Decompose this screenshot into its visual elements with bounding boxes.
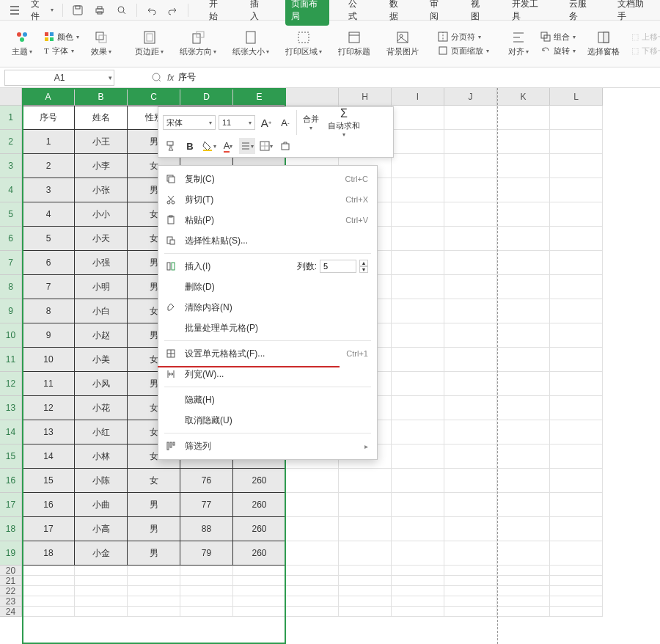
cell[interactable] [22, 576, 75, 586]
cell[interactable] [392, 517, 444, 541]
row-header[interactable]: 10 [0, 323, 22, 348]
cell[interactable] [286, 541, 339, 566]
cell[interactable]: 小花 [75, 396, 128, 420]
row-header[interactable]: 22 [0, 586, 22, 596]
cell[interactable] [22, 596, 75, 607]
cell[interactable] [550, 576, 603, 586]
cell[interactable] [444, 541, 497, 566]
cell[interactable] [444, 596, 497, 607]
cell[interactable] [497, 130, 550, 154]
cell[interactable] [550, 596, 603, 607]
cell[interactable] [497, 586, 550, 596]
cell[interactable]: 77 [180, 493, 233, 517]
cell[interactable] [392, 596, 444, 607]
cell[interactable] [497, 323, 550, 348]
tab-8[interactable]: 云服务 [563, 0, 599, 26]
cell[interactable] [392, 348, 444, 372]
cell[interactable]: 17 [22, 517, 75, 541]
tab-9[interactable]: 文档助手 [612, 0, 656, 26]
cell[interactable] [392, 323, 444, 348]
cell[interactable] [550, 178, 603, 202]
fill-color-icon[interactable]: ▾ [201, 138, 217, 154]
cell[interactable]: 小李 [75, 154, 128, 178]
cell[interactable] [180, 596, 233, 607]
cell[interactable]: 13 [22, 420, 75, 444]
cell[interactable] [339, 469, 392, 493]
cell[interactable] [444, 106, 497, 130]
cell[interactable] [444, 420, 497, 444]
col-header[interactable]: I [392, 88, 444, 106]
cell[interactable]: 11 [22, 372, 75, 396]
cell[interactable] [497, 596, 550, 607]
cell[interactable] [286, 607, 339, 617]
cell[interactable] [550, 348, 603, 372]
row-header[interactable]: 5 [0, 202, 22, 227]
format-painter-icon[interactable] [163, 138, 179, 154]
cell[interactable]: 小强 [75, 251, 128, 275]
cell[interactable] [339, 517, 392, 541]
cell[interactable]: 小陈 [75, 469, 128, 493]
cell[interactable]: 16 [22, 493, 75, 517]
cell[interactable] [392, 607, 444, 617]
cell[interactable] [550, 444, 603, 469]
row-header[interactable]: 8 [0, 275, 22, 299]
colors-button[interactable]: 颜色▾ [44, 32, 79, 43]
tab-5[interactable]: 审阅 [424, 0, 452, 26]
cell[interactable]: 小金 [75, 541, 128, 566]
cell[interactable] [392, 372, 444, 396]
ctx-paste-special[interactable]: 选择性粘贴(S)... [158, 230, 377, 251]
orientation-button[interactable]: 纸张方向▾ [175, 30, 221, 57]
cell[interactable]: 14 [22, 444, 75, 469]
cell[interactable] [444, 251, 497, 275]
theme-button[interactable]: 主题▾ [7, 30, 37, 57]
cell[interactable] [497, 178, 550, 202]
cell[interactable]: 姓名 [75, 106, 128, 130]
print-area-button[interactable]: 打印区域▾ [281, 30, 326, 57]
merge-button[interactable]: 合并▾ [300, 114, 322, 131]
cell[interactable] [550, 275, 603, 299]
cell[interactable] [22, 586, 75, 596]
cell[interactable] [180, 586, 233, 596]
autosum-button[interactable]: Σ自动求和▾ [325, 114, 363, 131]
cell[interactable] [392, 493, 444, 517]
ctx-filter[interactable]: 筛选列▸ [158, 436, 377, 456]
cell[interactable] [286, 576, 339, 586]
cell[interactable] [550, 227, 603, 251]
cell[interactable] [444, 517, 497, 541]
cell[interactable] [497, 517, 550, 541]
cell[interactable] [497, 299, 550, 323]
cell[interactable] [180, 607, 233, 617]
page-zoom-button[interactable]: 页面缩放▾ [438, 45, 489, 56]
cell[interactable] [550, 420, 603, 444]
ctx-cut[interactable]: 剪切(T)Ctrl+X [158, 189, 377, 210]
spin-up-icon[interactable]: ▲ [359, 260, 368, 266]
cell[interactable] [392, 130, 444, 154]
row-header[interactable]: 2 [0, 130, 22, 154]
cell[interactable] [128, 596, 180, 607]
cell[interactable] [444, 372, 497, 396]
cell[interactable] [75, 607, 128, 617]
cell[interactable] [392, 202, 444, 227]
cell[interactable] [392, 541, 444, 566]
cell[interactable] [286, 493, 339, 517]
row-header[interactable]: 11 [0, 348, 22, 372]
cell[interactable] [75, 596, 128, 607]
cell[interactable] [497, 372, 550, 396]
cell[interactable] [444, 444, 497, 469]
save-icon[interactable] [67, 3, 88, 18]
cell[interactable] [392, 469, 444, 493]
name-box[interactable]: A1▾ [4, 70, 114, 86]
cell[interactable]: 260 [233, 517, 286, 541]
cell[interactable] [550, 469, 603, 493]
ctx-clear[interactable]: 清除内容(N) [158, 297, 377, 318]
cell[interactable] [75, 586, 128, 596]
tab-3[interactable]: 公式 [342, 0, 370, 26]
cell[interactable] [392, 576, 444, 586]
cell[interactable] [444, 154, 497, 178]
cell[interactable] [392, 154, 444, 178]
cell[interactable]: 18 [22, 541, 75, 566]
cell[interactable] [22, 566, 75, 576]
row-header[interactable]: 21 [0, 576, 22, 586]
rotate-button[interactable]: 旋转▾ [540, 45, 576, 56]
cell[interactable] [497, 566, 550, 576]
